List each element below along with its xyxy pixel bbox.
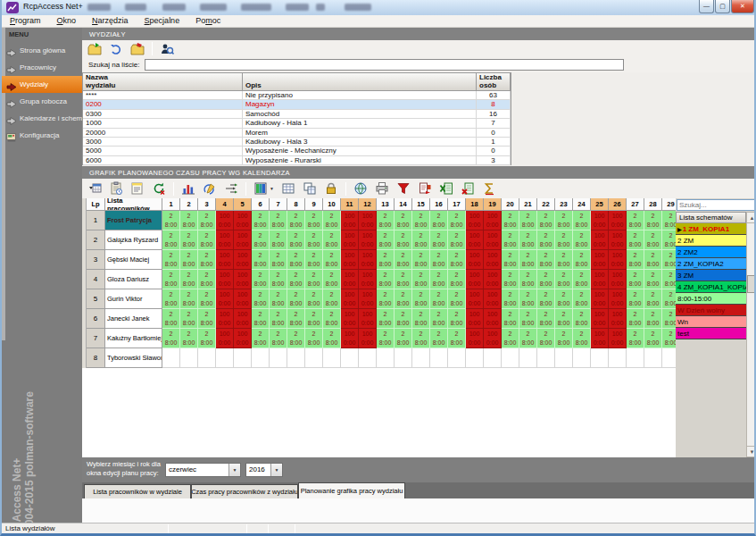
grid-schedule-cell[interactable]: 28:00 (430, 250, 448, 270)
grid-schedule-cell[interactable]: 1000:00 (484, 329, 502, 348)
grid-schedule-cell[interactable] (537, 348, 555, 368)
grid-worker-name[interactable]: Tyborowski Sławomir (105, 348, 162, 368)
grid-day-header[interactable]: 2 (180, 198, 198, 211)
grid-day-header[interactable]: 21 (519, 198, 537, 211)
grid-schedule-cell[interactable]: 1000:00 (484, 230, 502, 250)
grid-schedule-cell[interactable]: 1000:00 (359, 250, 377, 270)
grid-schedule-cell[interactable]: 28:00 (287, 211, 305, 230)
grid-schedule-cell[interactable]: 28:00 (519, 309, 537, 329)
close-button[interactable]: ✕ (731, 0, 754, 13)
grid-schedule-cell[interactable]: 28:00 (395, 270, 412, 289)
grid-schedule-cell[interactable]: 28:00 (377, 211, 395, 230)
grid-day-header[interactable]: 9 (305, 198, 323, 211)
grid-day-header[interactable]: 26 (609, 198, 627, 211)
grid-schedule-cell[interactable]: 28:00 (662, 289, 676, 309)
grid-schedule-cell[interactable]: 28:00 (412, 230, 430, 250)
grid-day-header[interactable]: 10 (323, 198, 341, 211)
menu-item-program[interactable]: Program (2, 15, 49, 27)
grid-schedule-cell[interactable]: 28:00 (502, 329, 519, 348)
schema-item-w-dzien-wolny[interactable]: W Dzień wolny (676, 305, 746, 316)
grid-schedule-cell[interactable] (395, 348, 412, 368)
grid-schedule-cell[interactable] (555, 348, 573, 368)
grid-schedule-cell[interactable]: 1000:00 (484, 211, 502, 230)
grid-schedule-cell[interactable]: 28:00 (377, 250, 395, 270)
grid-schedule-cell[interactable]: 28:00 (162, 289, 180, 309)
menu-item-pomoc[interactable]: Pomoc (187, 15, 228, 27)
grid-schedule-cell[interactable]: 28:00 (412, 270, 430, 289)
grid-day-header[interactable]: 7 (270, 198, 287, 211)
grid-schedule-cell[interactable]: 1000:00 (591, 289, 609, 309)
grid-schedule-cell[interactable]: 28:00 (180, 211, 198, 230)
grid-schedule-cell[interactable]: 1000:00 (466, 230, 484, 250)
grid-day-header[interactable]: 1 (162, 198, 180, 211)
grid-schedule-cell[interactable]: 1000:00 (234, 230, 252, 250)
schema-item-2-zm[interactable]: 2 ZM (676, 235, 746, 247)
departments-search-input[interactable] (145, 59, 624, 71)
grid-schedule-cell[interactable]: 28:00 (180, 309, 198, 329)
grid-schedule-cell[interactable] (627, 348, 644, 368)
grid-schedule-cell[interactable]: 28:00 (448, 270, 466, 289)
departments-column-header-liczba-osob[interactable]: Liczba osób (477, 73, 511, 90)
schemas-scrollbar[interactable] (746, 223, 756, 446)
grid-worker-name[interactable]: Frost Patrycja (105, 211, 162, 230)
grid-schedule-cell[interactable]: 1000:00 (341, 309, 359, 329)
grid-worker-name[interactable]: Gębski Maciej (105, 250, 162, 270)
grid-schedule-cell[interactable]: 28:00 (555, 250, 573, 270)
grid-schedule-cell[interactable] (484, 348, 502, 368)
month-select[interactable]: czerwiec ▼ (165, 463, 241, 477)
grid-schedule-cell[interactable]: 28:00 (412, 309, 430, 329)
grid-schedule-cell[interactable]: 28:00 (644, 211, 662, 230)
grid-schedule-cell[interactable]: 1000:00 (609, 270, 627, 289)
grid-day-header[interactable]: 13 (377, 198, 395, 211)
grid-schedule-cell[interactable]: 28:00 (448, 211, 466, 230)
grid-schedule-cell[interactable]: 28:00 (662, 211, 676, 230)
grid-schedule-cell[interactable] (216, 348, 234, 368)
bar-chart-icon[interactable] (181, 181, 195, 196)
grid-schedule-cell[interactable]: 28:00 (573, 211, 591, 230)
grid-schedule-cell[interactable] (359, 348, 377, 368)
grid-schedule-cell[interactable]: 1000:00 (591, 270, 609, 289)
grid-day-header[interactable]: 3 (198, 198, 216, 211)
grid-day-header[interactable]: 16 (430, 198, 448, 211)
grid-schedule-cell[interactable]: 1000:00 (609, 211, 627, 230)
grid-schedule-cell[interactable]: 1000:00 (484, 270, 502, 289)
grid-schedule-cell[interactable]: 28:00 (412, 289, 430, 309)
grid-schedule-cell[interactable]: 28:00 (448, 309, 466, 329)
grid-schedule-cell[interactable] (323, 348, 341, 368)
grid-schedule-cell[interactable]: 1000:00 (341, 270, 359, 289)
grid-schedule-cell[interactable]: 28:00 (430, 289, 448, 309)
notes-icon[interactable] (130, 181, 145, 196)
grid-schedule-cell[interactable]: 1000:00 (341, 250, 359, 270)
grid-schedule-cell[interactable]: 28:00 (323, 329, 341, 348)
refresh-icon[interactable] (152, 181, 166, 196)
grid-schedule-cell[interactable]: 28:00 (305, 309, 323, 329)
grid-schedule-cell[interactable]: 1000:00 (591, 250, 609, 270)
grid-schedule-cell[interactable]: 28:00 (287, 329, 305, 348)
grid-day-header[interactable]: 8 (287, 198, 305, 211)
grid-schedule-cell[interactable] (591, 348, 609, 368)
grid-schedule-cell[interactable]: 28:00 (270, 309, 287, 329)
grid-schedule-cell[interactable]: 28:00 (537, 270, 555, 289)
schema-item-2-zm-kopia2[interactable]: 2 ZM_KOPIA2 (676, 258, 746, 270)
grid-schedule-cell[interactable]: 28:00 (662, 230, 676, 250)
excel-export-icon[interactable] (439, 181, 453, 196)
grid-schedule-cell[interactable]: 28:00 (555, 211, 573, 230)
grid-schedule-cell[interactable]: 1000:00 (466, 289, 484, 309)
grid-schedule-cell[interactable]: 28:00 (502, 230, 519, 250)
grid-schedule-cell[interactable]: 28:00 (627, 329, 644, 348)
department-row[interactable]: 1000Kadłubowy - Hala 17 (83, 119, 511, 128)
grid-schedule-cell[interactable]: 28:00 (519, 250, 537, 270)
grid-schedule-cell[interactable]: 1000:00 (609, 309, 627, 329)
grid-schedule-cell[interactable]: 28:00 (270, 329, 287, 348)
sigma-icon[interactable] (482, 181, 496, 196)
grid-schedule-cell[interactable]: 28:00 (270, 250, 287, 270)
grid-schedule-cell[interactable]: 28:00 (162, 211, 180, 230)
grid-schedule-cell[interactable]: 28:00 (502, 309, 519, 329)
grid-schedule-cell[interactable]: 1000:00 (466, 270, 484, 289)
sidebar-item-wydzialy[interactable]: Wydziały (2, 76, 82, 93)
grid-schedule-cell[interactable]: 1000:00 (234, 309, 252, 329)
grid-schedule-cell[interactable]: 28:00 (644, 270, 662, 289)
grid-schedule-cell[interactable] (573, 348, 591, 368)
department-row[interactable]: 20000Morem0 (83, 129, 511, 138)
menu-item-narzedzia[interactable]: Narzędzia (84, 15, 137, 27)
